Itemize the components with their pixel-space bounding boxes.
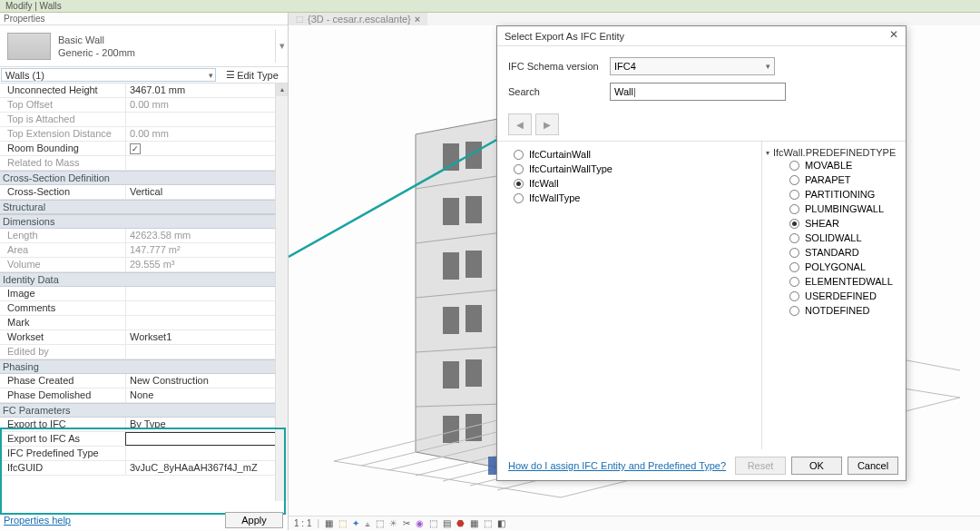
entity-option[interactable]: IfcCurtainWallType xyxy=(506,162,752,176)
property-value[interactable]: None xyxy=(125,388,288,402)
property-row[interactable]: Room Bounding✓ xyxy=(0,142,288,156)
group-header[interactable]: Phasing⌄ xyxy=(0,359,288,374)
group-header[interactable]: Structural⌄ xyxy=(0,200,288,214)
group-header[interactable]: Cross-Section Definition⌄ xyxy=(0,171,288,185)
group-header[interactable]: Identity Data⌄ xyxy=(0,272,288,287)
property-row[interactable]: Export to IFC As xyxy=(0,432,288,447)
radio-icon[interactable] xyxy=(789,204,799,214)
toolbar-icon[interactable]: ▤ xyxy=(443,518,451,528)
toolbar-icon[interactable]: ⬣ xyxy=(456,518,465,528)
property-value[interactable] xyxy=(125,345,288,359)
selection-filter[interactable]: Walls (1)▾ xyxy=(1,68,216,82)
property-row[interactable]: Comments xyxy=(0,301,288,316)
predefined-option[interactable]: PLUMBINGWALL xyxy=(766,202,902,216)
property-value[interactable]: 3vJuC_8yHAaAH367f4J_mZ xyxy=(125,461,288,475)
radio-icon[interactable] xyxy=(789,190,799,200)
toolbar-icon[interactable]: ⬚ xyxy=(376,518,384,528)
predefined-option[interactable]: SOLIDWALL xyxy=(766,231,902,245)
toolbar-icon[interactable]: ◧ xyxy=(497,518,505,528)
property-row[interactable]: IfcGUID3vJuC_8yHAaAH367f4J_mZ xyxy=(0,461,288,476)
toolbar-icon[interactable]: ⟁ xyxy=(365,518,370,528)
radio-icon[interactable] xyxy=(789,161,799,171)
view-control-bar[interactable]: 1 : 1 | ▦ ⬚ ✦ ⟁ ⬚ ☀ ✂ ◉ ⬚ ▤ ⬣ ▦ ⬚ ◧ xyxy=(289,516,980,530)
predefined-option[interactable]: PARAPET xyxy=(766,172,902,187)
property-value[interactable]: Workset1 xyxy=(125,330,288,344)
toolbar-icon[interactable]: ▦ xyxy=(470,518,478,528)
entity-option[interactable]: IfcCurtainWall xyxy=(506,147,752,162)
toolbar-icon[interactable]: ⬚ xyxy=(484,518,492,528)
close-tab-icon[interactable]: × xyxy=(415,14,420,25)
cancel-button[interactable]: Cancel xyxy=(848,457,898,475)
properties-help-link[interactable]: Properties help xyxy=(4,515,71,526)
property-row[interactable]: Top is Attached xyxy=(0,113,288,127)
property-value[interactable] xyxy=(125,156,288,170)
property-value[interactable]: By Type xyxy=(125,418,288,431)
toolbar-icon[interactable]: ✂ xyxy=(403,518,410,528)
property-row[interactable]: WorksetWorkset1 xyxy=(0,330,288,345)
group-header[interactable]: FC Parameters⌄ xyxy=(0,403,288,418)
property-row[interactable]: Top Extension Distance0.00 mm xyxy=(0,127,288,142)
radio-icon[interactable] xyxy=(789,219,799,229)
radio-icon[interactable] xyxy=(789,291,799,301)
scroll-up-icon[interactable]: ▴ xyxy=(276,84,288,96)
search-input[interactable]: Wall xyxy=(610,83,786,101)
property-row[interactable]: Cross-SectionVertical xyxy=(0,185,288,200)
predefined-option[interactable]: PARTITIONING xyxy=(766,187,902,202)
schema-select[interactable]: IFC4▾ xyxy=(610,57,775,75)
property-row[interactable]: Volume29.555 m³ xyxy=(0,258,288,272)
property-row[interactable]: IFC Predefined Type xyxy=(0,447,288,461)
property-row[interactable]: Phase CreatedNew Construction xyxy=(0,374,288,388)
property-row[interactable]: Length42623.58 mm xyxy=(0,229,288,243)
property-value[interactable] xyxy=(125,432,288,446)
toolbar-icon[interactable]: ☀ xyxy=(389,518,397,528)
radio-icon[interactable] xyxy=(789,306,799,316)
nav-back-button[interactable]: ◄ xyxy=(508,113,532,135)
property-row[interactable]: Edited by xyxy=(0,345,288,359)
edit-type-button[interactable]: ☰ Edit Type xyxy=(217,67,288,83)
entity-option[interactable]: IfcWall xyxy=(506,176,752,191)
toolbar-icon[interactable]: ◉ xyxy=(416,518,424,528)
property-value[interactable] xyxy=(125,447,288,460)
predefined-option[interactable]: MOVABLE xyxy=(766,158,902,172)
property-row[interactable]: Image xyxy=(0,287,288,301)
close-icon[interactable]: ✕ xyxy=(886,28,902,43)
radio-icon[interactable] xyxy=(514,164,524,174)
property-row[interactable]: Phase DemolishedNone xyxy=(0,388,288,403)
help-link[interactable]: How do I assign IFC Entity and Predefine… xyxy=(508,460,726,471)
property-row[interactable]: Related to Mass xyxy=(0,156,288,171)
group-header[interactable]: Dimensions⌄ xyxy=(0,214,288,229)
type-dropdown-icon[interactable]: ▾ xyxy=(275,30,288,63)
radio-icon[interactable] xyxy=(789,175,799,185)
property-value[interactable] xyxy=(125,316,288,329)
checkbox[interactable]: ✓ xyxy=(130,143,141,154)
property-value[interactable]: 3467.01 mm xyxy=(125,84,288,97)
toolbar-icon[interactable]: ⬚ xyxy=(429,518,437,528)
property-value[interactable]: 0.00 mm xyxy=(125,127,288,141)
property-value[interactable] xyxy=(125,301,288,315)
view-tab[interactable]: ⬚ {3D - cesar.r.escalante} × xyxy=(289,13,427,25)
nav-fwd-button[interactable]: ► xyxy=(535,113,559,135)
radio-icon[interactable] xyxy=(514,150,524,160)
property-value[interactable] xyxy=(125,113,288,126)
property-value[interactable]: 42623.58 mm xyxy=(125,229,288,242)
predefined-option[interactable]: ELEMENTEDWALL xyxy=(766,274,902,289)
property-row[interactable]: Area147.777 m² xyxy=(0,243,288,258)
toolbar-icon[interactable]: ✦ xyxy=(352,518,359,528)
property-row[interactable]: Mark xyxy=(0,316,288,330)
property-value[interactable]: 29.555 m³ xyxy=(125,258,288,271)
scrollbar[interactable]: ▴ xyxy=(275,84,288,501)
property-value[interactable] xyxy=(125,287,288,300)
reset-button[interactable]: Reset xyxy=(735,457,786,475)
toolbar-icon[interactable]: ⬚ xyxy=(338,518,347,528)
predefined-option[interactable]: USERDEFINED xyxy=(766,289,902,303)
radio-icon[interactable] xyxy=(789,248,799,258)
property-value[interactable]: Vertical xyxy=(125,185,288,199)
radio-icon[interactable] xyxy=(514,179,524,189)
scale-label[interactable]: 1 : 1 xyxy=(294,518,311,528)
ok-button[interactable]: OK xyxy=(791,457,842,475)
type-selector[interactable]: Basic Wall Generic - 200mm ▾ xyxy=(0,25,288,67)
property-value[interactable]: New Construction xyxy=(125,374,288,388)
property-row[interactable]: Top Offset0.00 mm xyxy=(0,98,288,113)
property-row[interactable]: Unconnected Height3467.01 mm xyxy=(0,84,288,98)
predefined-type-header[interactable]: ▾IfcWall.PREDEFINEDTYPE xyxy=(766,147,902,158)
